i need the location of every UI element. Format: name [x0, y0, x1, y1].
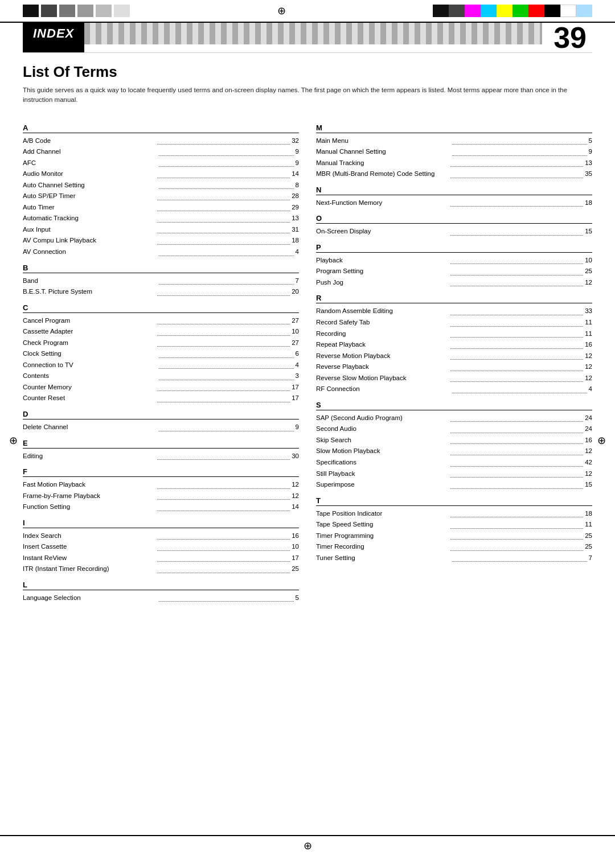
rcolor-block-1: [433, 5, 449, 17]
entry-dots: [450, 517, 583, 529]
entry-dots: [450, 167, 583, 178]
left-column: AA/B Code32Add Channel9AFC9Audio Monitor…: [23, 118, 299, 604]
entry-label: Record Safety Tab: [316, 317, 449, 328]
rcolor-block-7: [528, 5, 544, 17]
entry-label: Index Search: [23, 530, 155, 542]
entry-label: ITR (Instant Timer Recording): [23, 563, 155, 575]
entry-label: Auto SP/EP Timer: [23, 191, 155, 202]
entry-label: Contents: [23, 371, 157, 382]
entry-dots: [157, 336, 290, 347]
index-entry: On-Screen Display15: [316, 226, 592, 237]
entry-dots: [159, 274, 293, 285]
entry-dots: [450, 224, 583, 236]
entry-dots: [450, 315, 583, 327]
entry-page: 4: [296, 360, 299, 371]
entry-label: Band: [23, 275, 157, 287]
entry-page: 14: [292, 501, 299, 513]
index-entry: Counter Reset17: [23, 393, 299, 404]
entry-label: Still Playback: [316, 468, 449, 480]
entry-page: 16: [585, 339, 592, 351]
entry-dots: [450, 196, 583, 207]
entry-label: RF Connection: [316, 384, 450, 395]
entry-page: 12: [585, 277, 592, 289]
entry-page: 12: [585, 351, 592, 362]
color-block-6: [114, 5, 130, 17]
entry-page: 18: [585, 198, 592, 209]
entry-dots: [450, 507, 583, 518]
entry-dots: [159, 358, 293, 369]
entry-dots: [157, 314, 290, 325]
entry-label: B.E.S.T. Picture System: [23, 286, 155, 298]
index-entry: Superimpose15: [316, 479, 592, 491]
page-title: List Of Terms: [23, 63, 592, 81]
entry-label: Skip Search: [316, 435, 449, 446]
entry-label: Insert Cassette: [23, 541, 155, 553]
entry-page: 17: [292, 393, 299, 404]
entry-page: 12: [585, 468, 592, 480]
entry-page: 25: [585, 266, 592, 277]
entry-page: 30: [292, 451, 299, 462]
entry-dots: [157, 189, 290, 200]
entry-dots: [450, 264, 583, 275]
entry-dots: [450, 540, 583, 551]
entry-label: Function Setting: [23, 501, 155, 513]
index-entry: ITR (Instant Timer Recording)25: [23, 563, 299, 575]
entry-dots: [452, 134, 587, 145]
entry-dots: [157, 540, 290, 551]
entry-label: Second Audio: [316, 423, 449, 435]
index-entry: RF Connection4: [316, 384, 592, 395]
rcolor-block-8: [544, 5, 560, 17]
entry-dots: [157, 211, 290, 223]
entry-label: Push Jog: [316, 277, 449, 289]
entry-dots: [450, 444, 583, 455]
entry-page: 20: [292, 286, 299, 298]
entry-label: Timer Programming: [316, 530, 449, 542]
entry-page: 29: [292, 202, 299, 213]
index-entry: AV Connection4: [23, 246, 299, 258]
entry-label: Counter Memory: [23, 382, 155, 393]
index-entry: Next-Function Memory18: [316, 198, 592, 209]
entry-label: Reverse Motion Playback: [316, 351, 449, 362]
entry-page: 6: [296, 348, 299, 360]
rcolor-block-4: [481, 5, 497, 17]
entry-label: Cancel Program: [23, 315, 155, 327]
entry-label: Next-Function Memory: [316, 198, 449, 209]
entry-dots: [157, 134, 290, 145]
entry-label: Clock Setting: [23, 348, 157, 360]
entry-label: A/B Code: [23, 135, 155, 147]
entry-dots: [450, 467, 583, 478]
entry-page: 31: [292, 224, 299, 236]
entry-page: 7: [589, 553, 592, 564]
entry-page: 15: [585, 479, 592, 491]
rcolor-block-5: [497, 5, 512, 17]
entry-dots: [159, 178, 293, 190]
entry-dots: [157, 391, 290, 402]
entry-page: 12: [292, 479, 299, 491]
section-letter-A: A: [23, 124, 299, 133]
entry-label: Tuner Setting: [316, 553, 450, 564]
entry-dots: [450, 304, 583, 315]
section-letter-P: P: [316, 243, 592, 253]
entry-dots: [157, 285, 290, 296]
entry-dots: [452, 382, 587, 393]
section-letter-L: L: [23, 581, 299, 590]
left-margin-crosshair: ⊕: [9, 434, 18, 447]
entry-dots: [450, 349, 583, 360]
section-letter-D: D: [23, 410, 299, 419]
entry-label: Automatic Tracking: [23, 213, 155, 224]
entry-dots: [157, 478, 290, 489]
color-block-5: [96, 5, 112, 17]
entry-dots: [450, 327, 583, 338]
entry-label: Manual Tracking: [316, 158, 449, 169]
entry-label: Audio Monitor: [23, 168, 155, 180]
entry-page: 16: [292, 530, 299, 542]
entry-label: AV Connection: [23, 246, 157, 258]
entry-page: 42: [585, 457, 592, 468]
entry-dots: [157, 167, 290, 178]
section-letter-O: O: [316, 214, 592, 224]
entry-dots: [159, 156, 293, 167]
entry-dots: [159, 591, 293, 602]
entry-dots: [450, 529, 583, 540]
entry-label: Playback: [316, 255, 449, 266]
columns-container: AA/B Code32Add Channel9AFC9Audio Monitor…: [23, 118, 592, 604]
